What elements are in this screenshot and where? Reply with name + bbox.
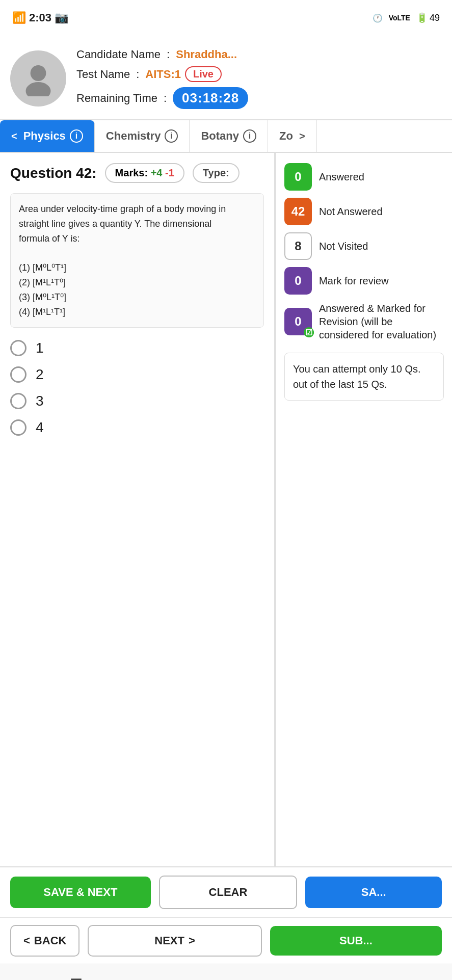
android-menu-button[interactable]: ☰ (70, 976, 83, 980)
profile-info: Candidate Name : Shraddha... Test Name :… (76, 48, 248, 109)
svg-point-1 (26, 82, 51, 96)
formula-option2-prefix: (2) (19, 277, 30, 287)
status-answered-row: 0 Answered (284, 163, 444, 191)
mark-review-count: 0 (284, 267, 312, 295)
next-label: NEXT (154, 934, 184, 947)
nav-bar: < BACK NEXT > SUB... (0, 917, 452, 964)
marks-minus: -1 (165, 167, 174, 178)
question-header: Question 42: Marks: +4 -1 Type: (10, 163, 264, 183)
status-answered-marked-row: 0 ✓ Answered & Marked for Revision (will… (284, 302, 444, 341)
notification-icon: 📷 (55, 11, 68, 24)
option-label-2: 2 (36, 366, 44, 383)
colon3: : (164, 92, 167, 105)
not-visited-label: Not Visited (319, 240, 368, 253)
option-label-1: 1 (36, 340, 44, 356)
save-next-button[interactable]: SAVE & NEXT (10, 877, 151, 908)
back-button[interactable]: < BACK (10, 925, 79, 957)
tab-zoology-label: Zo (279, 129, 293, 143)
avatar (10, 50, 66, 107)
back-label: BACK (34, 934, 67, 947)
chevron-right-icon: > (299, 130, 305, 142)
radio-4[interactable] (10, 419, 26, 436)
test-label: Test Name (76, 68, 130, 81)
test-row: Test Name : AITS:1 Live (76, 66, 248, 82)
tab-botany[interactable]: Botany i (190, 120, 268, 152)
status-not-visited-row: 8 Not Visited (284, 232, 444, 260)
marks-plus: +4 (151, 167, 163, 178)
type-badge: Type: (193, 163, 240, 183)
status-overlay-panel: 0 Answered 42 Not Answered 8 Not Visited… (275, 153, 452, 866)
chemistry-info-icon[interactable]: i (165, 129, 178, 143)
option-1[interactable]: 1 (10, 340, 264, 356)
android-nav-bar: ☰ ⌂ ↩ (0, 964, 452, 980)
tab-physics[interactable]: < Physics i (0, 120, 95, 152)
mark-review-label: Mark for review (319, 274, 389, 287)
formula-option2: [M¹L¹T⁰] (33, 277, 66, 287)
question-line3: formula of Y is: (19, 233, 79, 244)
botany-info-icon[interactable]: i (243, 129, 256, 143)
status-not-answered-row: 42 Not Answered (284, 198, 444, 225)
formula-option3-prefix: (3) (19, 292, 30, 302)
submit-button[interactable]: SUB... (270, 926, 442, 956)
test-name: AITS:1 (145, 68, 181, 81)
android-back-button[interactable]: ↩ (370, 976, 382, 980)
answered-label: Answered (319, 170, 364, 183)
status-right: 🕐 VoLTE 🔋 49 (373, 12, 440, 23)
physics-info-icon[interactable]: i (70, 129, 83, 143)
radio-2[interactable] (10, 366, 26, 383)
not-visited-count: 8 (284, 232, 312, 260)
clock-icon: 🕐 (373, 13, 383, 23)
radio-3[interactable] (10, 393, 26, 409)
header-section: Candidate Name : Shraddha... Test Name :… (0, 36, 452, 120)
not-answered-label: Not Answered (319, 205, 383, 218)
question-line1: Area under velocity-time graph of a body… (19, 204, 226, 214)
formula-option3: [M⁰L¹T⁰] (33, 292, 66, 302)
battery-percent: 🔋 (416, 12, 428, 23)
live-badge: Live (185, 66, 222, 82)
formula-option4-prefix: (4) (19, 307, 30, 317)
question-title: Question 42: (10, 165, 97, 181)
question-text: Area under velocity-time graph of a body… (10, 193, 264, 328)
tooltip-box: You can attempt only 10 Qs. out of the l… (284, 353, 444, 401)
question-panel: Question 42: Marks: +4 -1 Type: Area und… (0, 153, 275, 866)
tab-zoology[interactable]: Zo > (268, 120, 317, 152)
option-4[interactable]: 4 (10, 419, 264, 436)
clear-button[interactable]: CLEAR (159, 876, 298, 909)
subject-tabs: < Physics i Chemistry i Botany i Zo > (0, 120, 452, 153)
colon2: : (136, 68, 139, 81)
android-home-button[interactable]: ⌂ (222, 976, 231, 981)
tab-chemistry[interactable]: Chemistry i (95, 120, 190, 152)
lte-icon: VoLTE (389, 14, 410, 22)
tab-chemistry-label: Chemistry (106, 129, 161, 143)
formula-option1-prefix: (1) (19, 262, 30, 273)
option-2[interactable]: 2 (10, 366, 264, 383)
colon1: : (167, 48, 170, 61)
formula-option4: [M¹L¹T¹] (33, 307, 65, 317)
action-bar: SAVE & NEXT CLEAR SA... (0, 866, 452, 917)
question-line2: straight line gives a quantity Y. The di… (19, 219, 211, 229)
candidate-row: Candidate Name : Shraddha... (76, 48, 248, 61)
time-label: Remaining Time (76, 92, 157, 105)
battery-indicator: 🔋 49 (416, 12, 440, 23)
time-display: 2:03 (29, 11, 51, 24)
marks-label: Marks: (115, 167, 148, 178)
options-list: 1 2 3 4 (10, 340, 264, 436)
not-answered-count: 42 (284, 198, 312, 225)
type-label: Type: (203, 167, 229, 178)
marks-badge: Marks: +4 -1 (105, 163, 184, 183)
tab-physics-label: Physics (23, 129, 66, 143)
option-label-4: 4 (36, 419, 44, 436)
answered-marked-count: 0 ✓ (284, 308, 312, 335)
chevron-next-icon: > (189, 934, 195, 947)
checkmark-overlay: ✓ (305, 328, 314, 337)
option-3[interactable]: 3 (10, 393, 264, 409)
candidate-label: Candidate Name (76, 48, 161, 61)
chevron-left-icon: < (11, 130, 17, 142)
save-button[interactable]: SA... (305, 877, 442, 908)
status-bar: 📶 2:03 📷 🕐 VoLTE 🔋 49 (0, 0, 452, 36)
battery-value: 49 (430, 13, 440, 23)
next-button[interactable]: NEXT > (88, 925, 261, 957)
option-label-3: 3 (36, 393, 44, 409)
candidate-name: Shraddha... (176, 48, 237, 61)
radio-1[interactable] (10, 340, 26, 356)
